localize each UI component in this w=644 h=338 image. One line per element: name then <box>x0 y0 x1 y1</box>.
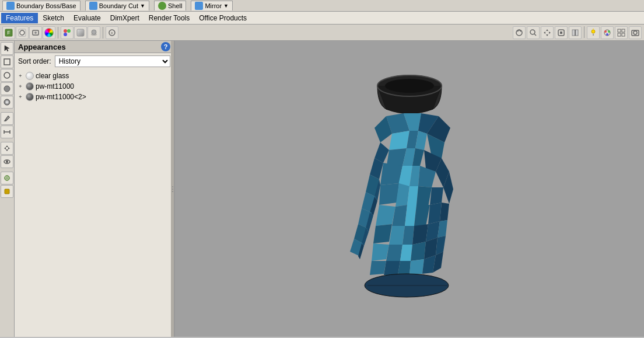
view-btn-rotate[interactable] <box>513 26 526 39</box>
svg-marker-17 <box>546 29 548 31</box>
svg-marker-19 <box>544 32 545 34</box>
boundary-cut-dropdown-icon[interactable]: ▼ <box>140 3 145 9</box>
tree-item-pw-mt11000[interactable]: + pw-mt11000 <box>15 81 174 92</box>
menu-features[interactable]: Features <box>1 13 38 23</box>
svg-marker-92 <box>414 205 430 226</box>
toolbar-color-btn[interactable] <box>61 26 74 39</box>
left-btn-move[interactable] <box>1 142 13 155</box>
svg-marker-100 <box>412 224 428 245</box>
left-btn-wire[interactable] <box>1 55 13 68</box>
view-btn-zoom[interactable] <box>527 26 540 39</box>
view-btn-normal[interactable] <box>555 26 568 39</box>
3d-viewport[interactable]: .facet-dark { fill: #1a4a6a; } .facet-mi… <box>175 41 644 337</box>
svg-marker-113 <box>370 261 386 275</box>
left-btn-measure[interactable] <box>1 126 13 138</box>
svg-rect-22 <box>560 32 562 34</box>
toolbar-btn-2[interactable] <box>16 26 29 39</box>
svg-rect-55 <box>5 189 9 194</box>
tree-expand-pw-mt11000-2[interactable]: + <box>17 93 24 100</box>
toolbar-row1: F <box>0 25 644 41</box>
left-btn-material[interactable] <box>1 96 13 109</box>
view-btn-camera[interactable] <box>629 26 642 39</box>
toolbar-extra-btn[interactable]: + <box>106 26 118 39</box>
toolbar-btn-4[interactable] <box>43 26 55 39</box>
svg-line-16 <box>534 34 536 36</box>
svg-marker-106 <box>386 245 402 261</box>
appearances-header: Appearances ? <box>15 41 174 53</box>
svg-point-29 <box>604 30 607 33</box>
svg-point-5 <box>34 32 37 34</box>
svg-text:+: + <box>110 30 113 36</box>
svg-marker-89 <box>376 205 396 226</box>
toolbar-scene-btn[interactable] <box>88 26 100 39</box>
tab-boundary-boss[interactable]: Boundary Boss/Base <box>2 1 80 11</box>
mirror-dropdown-icon[interactable]: ▼ <box>223 3 229 9</box>
svg-marker-97 <box>373 224 392 243</box>
left-btn-hide[interactable] <box>1 155 13 168</box>
tab-boundary-cut[interactable]: Boundary Cut ▼ <box>85 1 149 11</box>
mirror-icon <box>195 2 203 10</box>
toolbar-material-btn[interactable] <box>74 26 87 39</box>
left-btn-ref[interactable] <box>1 172 13 184</box>
resize-dot-2 <box>172 189 173 190</box>
left-btn-feature[interactable] <box>1 185 13 198</box>
resize-dots <box>172 186 173 192</box>
tab-shell-label: Shell <box>168 2 182 9</box>
vase-svg: .facet-dark { fill: #1a4a6a; } .facet-mi… <box>270 46 550 332</box>
view-btn-appearance[interactable] <box>601 26 614 39</box>
tab-shell[interactable]: Shell <box>154 1 186 11</box>
sort-label: Sort order: <box>18 57 51 65</box>
panel-resize-handle[interactable] <box>171 41 174 337</box>
svg-point-6 <box>64 29 67 33</box>
left-btn-cursor[interactable] <box>1 42 13 55</box>
svg-rect-9 <box>77 29 84 36</box>
toolbar-btn-1[interactable]: F <box>2 26 15 39</box>
tree-label-pw-mt11000-2: pw-mt11000<2> <box>36 93 86 101</box>
svg-rect-35 <box>622 33 625 36</box>
menu-evaluate[interactable]: Evaluate <box>69 13 106 23</box>
view-btn-lights[interactable] <box>587 26 600 39</box>
main-layout: Appearances ? Sort order: History Alphab… <box>0 41 644 337</box>
svg-marker-108 <box>411 242 426 261</box>
toolbar-group-1: F <box>2 26 55 39</box>
view-btn-pan[interactable] <box>541 26 554 39</box>
svg-point-42 <box>4 99 10 105</box>
tree-item-clear-glass[interactable]: + clear glass <box>15 71 174 81</box>
svg-marker-116 <box>410 259 424 275</box>
svg-point-8 <box>64 33 67 36</box>
shell-icon <box>158 2 166 10</box>
menu-sketch[interactable]: Sketch <box>38 13 69 23</box>
menu-dimxpert[interactable]: DimXpert <box>106 13 144 23</box>
svg-marker-85 <box>430 187 443 205</box>
view-btn-section[interactable] <box>569 26 582 39</box>
appearances-tree: + clear glass + pw-mt11000 + pw-mt11000<… <box>15 69 174 337</box>
svg-marker-98 <box>389 226 405 245</box>
appearances-title: Appearances <box>18 43 66 51</box>
tree-label-clear-glass: clear glass <box>36 72 69 80</box>
svg-marker-46 <box>6 145 8 147</box>
svg-point-30 <box>608 30 610 33</box>
view-btn-grid[interactable] <box>615 26 628 39</box>
menu-office-products[interactable]: Office Products <box>194 13 251 23</box>
left-btn-sketch[interactable] <box>1 112 13 125</box>
svg-point-15 <box>530 30 535 34</box>
tab-boundary-cut-label: Boundary Cut <box>99 2 138 9</box>
toolbar-btn-3[interactable] <box>29 26 42 39</box>
svg-point-25 <box>592 30 595 33</box>
title-bar: Boundary Boss/Base Boundary Cut ▼ Shell … <box>0 0 644 12</box>
menu-render-tools[interactable]: Render Tools <box>144 13 195 23</box>
sort-order-select[interactable]: History Alphabetical Type <box>55 55 170 67</box>
tab-mirror[interactable]: Mirror ▼ <box>191 1 233 11</box>
svg-point-58 <box>385 79 434 93</box>
appearances-help-button[interactable]: ? <box>161 42 170 51</box>
tree-expand-clear-glass[interactable]: + <box>17 72 24 79</box>
left-btn-shell[interactable] <box>1 69 13 82</box>
svg-marker-84 <box>416 186 432 207</box>
svg-text:F: F <box>7 30 10 36</box>
left-btn-solid[interactable] <box>1 82 13 95</box>
tree-item-pw-mt11000-2[interactable]: + pw-mt11000<2> <box>15 92 174 102</box>
svg-point-51 <box>6 161 8 163</box>
tree-expand-pw-mt11000[interactable]: + <box>17 83 24 90</box>
tab-boundary-boss-label: Boundary Boss/Base <box>16 2 76 9</box>
color-circle-icon <box>44 28 54 37</box>
